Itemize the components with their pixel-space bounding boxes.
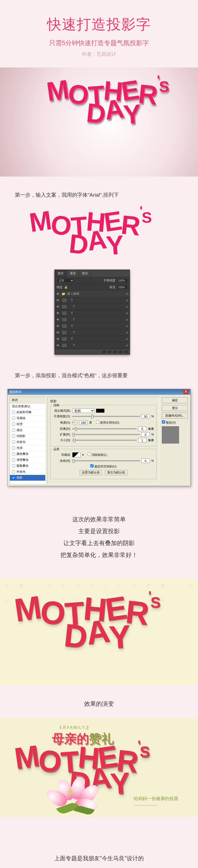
reset-default-button[interactable]: 复位为默认值 bbox=[105, 470, 127, 475]
layer-row[interactable]: 👁Tfx bbox=[55, 336, 130, 342]
style-checkbox[interactable] bbox=[12, 416, 15, 420]
new-layer-button[interactable] bbox=[118, 350, 123, 353]
page-subtitle: 只需5分钟快速打造专题气氛投影字 bbox=[5, 39, 193, 48]
contour-dropdown-icon[interactable]: ▾ bbox=[82, 453, 84, 457]
fx-badge[interactable]: fx bbox=[126, 324, 128, 328]
fx-badge[interactable]: fx bbox=[126, 338, 128, 341]
style-option[interactable]: 图案叠加 bbox=[10, 463, 45, 469]
style-checkbox[interactable] bbox=[12, 446, 15, 450]
style-checkbox[interactable] bbox=[12, 440, 15, 444]
visibility-icon[interactable]: 👁 bbox=[56, 331, 60, 334]
style-option[interactable]: 等高线 bbox=[10, 415, 45, 421]
layer-group[interactable]: 👁 📁 组 1 副本 fx bbox=[55, 291, 130, 297]
style-option[interactable]: 描边 bbox=[10, 427, 45, 433]
preview-checkbox[interactable]: 预览(V) bbox=[162, 421, 188, 425]
style-checkbox[interactable] bbox=[12, 470, 15, 473]
fx-badge[interactable]: fx bbox=[126, 344, 128, 347]
style-option[interactable]: 内阴影 bbox=[10, 433, 45, 439]
tab-paths[interactable]: 路径 bbox=[79, 270, 91, 277]
noise-value[interactable] bbox=[141, 459, 150, 463]
layer-row[interactable]: 👁Tfx bbox=[55, 323, 130, 329]
size-slider[interactable] bbox=[72, 440, 136, 441]
layer-row[interactable]: 👁Tfx bbox=[55, 342, 130, 349]
global-light-checkbox[interactable]: 使用全局光(G) bbox=[96, 421, 119, 425]
noise-slider[interactable] bbox=[72, 460, 140, 461]
distance-label: 距离(D): bbox=[53, 427, 71, 431]
style-option[interactable]: 斜面和浮雕 bbox=[10, 409, 45, 415]
fx-badge[interactable]: fx bbox=[126, 318, 128, 321]
cancel-button[interactable]: 复位 bbox=[162, 405, 188, 411]
mask-button[interactable] bbox=[108, 350, 112, 353]
style-option[interactable]: 渐变叠加 bbox=[10, 457, 45, 463]
style-checkbox[interactable] bbox=[12, 429, 15, 432]
layer-row[interactable]: 👁Tfx bbox=[55, 310, 130, 316]
fill-input[interactable] bbox=[117, 285, 128, 289]
fx-badge[interactable]: fx bbox=[126, 305, 128, 308]
style-checkbox[interactable] bbox=[12, 464, 15, 467]
new-style-button[interactable]: 新建样式(W)... bbox=[162, 413, 188, 418]
spread-value[interactable] bbox=[141, 432, 150, 437]
opacity-value[interactable] bbox=[141, 414, 150, 418]
style-option[interactable]: 投影 bbox=[10, 475, 45, 481]
blend-mode-field[interactable]: 色相 bbox=[72, 408, 94, 413]
visibility-icon[interactable]: 👁 bbox=[56, 311, 60, 315]
style-option[interactable]: 颜色叠加 bbox=[10, 451, 45, 457]
trash-button[interactable] bbox=[124, 350, 128, 353]
visibility-icon[interactable]: 👁 bbox=[56, 292, 60, 296]
visibility-icon[interactable]: 👁 bbox=[56, 299, 60, 302]
style-checkbox[interactable] bbox=[12, 411, 15, 414]
fx-badge[interactable]: fx bbox=[126, 292, 128, 296]
visibility-icon[interactable]: 👁 bbox=[56, 305, 60, 309]
opacity-input[interactable] bbox=[117, 278, 128, 283]
caption-line1: 给妈妈一份健康的祝愿 bbox=[134, 796, 178, 802]
style-checkbox[interactable] bbox=[12, 458, 15, 462]
ok-button[interactable]: 确定 bbox=[162, 397, 188, 403]
visibility-icon[interactable]: 👁 bbox=[56, 318, 60, 321]
make-default-button[interactable]: 设置为默认值 bbox=[80, 470, 102, 475]
distance-value[interactable] bbox=[138, 427, 147, 431]
tab-channels[interactable]: 通道 bbox=[67, 270, 79, 277]
visibility-icon[interactable]: 👁 bbox=[56, 337, 60, 341]
layer-row[interactable]: 👁Tfx bbox=[55, 316, 130, 323]
style-option[interactable]: 纹理 bbox=[10, 421, 45, 427]
lock-icon[interactable]: 🔒 bbox=[64, 285, 68, 289]
style-option[interactable]: 光泽 bbox=[10, 445, 45, 451]
style-option[interactable]: 外发光 bbox=[10, 469, 45, 475]
knockout-checkbox[interactable]: 图层挖空投影(U) bbox=[90, 464, 116, 469]
spread-slider[interactable] bbox=[72, 434, 140, 435]
visibility-icon[interactable]: 👁 bbox=[56, 324, 60, 328]
tab-layers[interactable]: 图层 bbox=[55, 270, 67, 277]
visibility-icon[interactable]: 👁 bbox=[56, 344, 60, 347]
style-checkbox[interactable] bbox=[12, 452, 15, 456]
antialias-checkbox[interactable]: 消除锯齿(L) bbox=[88, 453, 107, 457]
style-checkbox[interactable] bbox=[12, 434, 15, 438]
result-banner: ✿☕♪✉☀❀✎♫✈☂✿☕♪✉ ☀❀✎♫✈☂✿☕♪✉☀❀✎♫ MOTHER'S D… bbox=[0, 578, 198, 685]
distance-slider[interactable] bbox=[72, 428, 136, 429]
lock-label: 锁定 bbox=[57, 285, 63, 289]
style-checkbox[interactable] bbox=[12, 423, 15, 426]
angle-value[interactable] bbox=[79, 421, 88, 425]
page-title: 快速打造投影字 bbox=[5, 15, 193, 34]
style-checkbox[interactable] bbox=[12, 476, 15, 479]
fx-badge[interactable]: fx bbox=[126, 331, 128, 334]
quality-fieldset: 品质 等高线: ▾ 消除锯齿(L) 杂色(N): % 图层挖空投 bbox=[50, 449, 157, 479]
layer-row[interactable]: 👁Tfx bbox=[55, 304, 130, 310]
style-option[interactable]: 内发光 bbox=[10, 439, 45, 445]
opacity-slider[interactable] bbox=[72, 416, 140, 417]
style-option-label: 纹理 bbox=[16, 422, 23, 426]
layer-row[interactable]: 👁Tfx bbox=[55, 297, 130, 304]
fx-button[interactable] bbox=[102, 350, 107, 353]
blend-default-option[interactable]: 混合选项:默认 bbox=[10, 403, 45, 409]
size-value[interactable] bbox=[138, 438, 147, 442]
fx-badge[interactable]: fx bbox=[126, 299, 128, 302]
color-swatch[interactable] bbox=[96, 409, 105, 413]
fx-badge[interactable]: fx bbox=[126, 312, 128, 315]
close-button[interactable]: X bbox=[184, 390, 188, 394]
contour-picker[interactable] bbox=[72, 452, 81, 457]
layer-thumb-icon bbox=[62, 298, 67, 303]
angle-dial-icon[interactable] bbox=[72, 420, 78, 425]
deg-unit: 度 bbox=[89, 421, 92, 425]
new-folder-button[interactable] bbox=[113, 350, 117, 353]
blend-mode-select[interactable]: 正常 bbox=[57, 278, 74, 283]
layer-row[interactable]: 👁Tfx bbox=[55, 329, 130, 336]
